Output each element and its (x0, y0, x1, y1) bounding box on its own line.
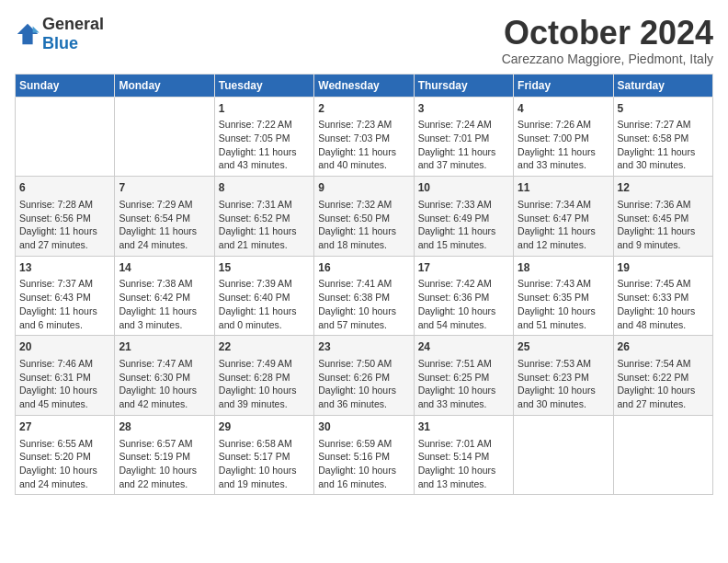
day-number: 27 (19, 419, 110, 435)
calendar-cell: 1Sunrise: 7:22 AM Sunset: 7:05 PM Daylig… (214, 97, 313, 177)
cell-sun-info: Sunrise: 7:51 AM Sunset: 6:25 PM Dayligh… (418, 357, 509, 411)
day-number: 17 (418, 260, 509, 276)
cell-sun-info: Sunrise: 7:41 AM Sunset: 6:38 PM Dayligh… (318, 277, 409, 331)
calendar-cell: 11Sunrise: 7:34 AM Sunset: 6:47 PM Dayli… (514, 177, 613, 257)
day-number: 3 (418, 101, 509, 117)
day-header-thursday: Thursday (414, 74, 513, 97)
title-block: October 2024 Carezzano Maggiore, Piedmon… (502, 15, 713, 66)
svg-marker-1 (33, 27, 40, 33)
calendar-cell: 31Sunrise: 7:01 AM Sunset: 5:14 PM Dayli… (414, 415, 513, 495)
calendar-week-row: 20Sunrise: 7:46 AM Sunset: 6:31 PM Dayli… (16, 336, 713, 416)
calendar-cell: 2Sunrise: 7:23 AM Sunset: 7:03 PM Daylig… (314, 97, 414, 177)
calendar-week-row: 13Sunrise: 7:37 AM Sunset: 6:43 PM Dayli… (16, 256, 713, 336)
day-number: 24 (418, 339, 509, 355)
day-number: 25 (518, 339, 609, 355)
cell-sun-info: Sunrise: 6:55 AM Sunset: 5:20 PM Dayligh… (19, 437, 110, 491)
calendar-cell: 13Sunrise: 7:37 AM Sunset: 6:43 PM Dayli… (16, 256, 115, 336)
cell-sun-info: Sunrise: 7:54 AM Sunset: 6:22 PM Dayligh… (618, 357, 709, 411)
day-number: 26 (618, 339, 709, 355)
cell-sun-info: Sunrise: 7:39 AM Sunset: 6:40 PM Dayligh… (219, 277, 310, 331)
day-number: 16 (318, 260, 409, 276)
day-number: 8 (219, 180, 310, 196)
day-header-wednesday: Wednesday (314, 74, 414, 97)
day-number: 22 (219, 339, 310, 355)
calendar-cell: 6Sunrise: 7:28 AM Sunset: 6:56 PM Daylig… (16, 177, 115, 257)
calendar-cell (613, 415, 712, 495)
cell-sun-info: Sunrise: 7:22 AM Sunset: 7:05 PM Dayligh… (219, 118, 310, 172)
cell-sun-info: Sunrise: 7:32 AM Sunset: 6:50 PM Dayligh… (318, 198, 409, 252)
day-header-monday: Monday (115, 74, 214, 97)
cell-sun-info: Sunrise: 7:27 AM Sunset: 6:58 PM Dayligh… (618, 118, 709, 172)
cell-sun-info: Sunrise: 7:26 AM Sunset: 7:00 PM Dayligh… (518, 118, 609, 172)
calendar-cell: 20Sunrise: 7:46 AM Sunset: 6:31 PM Dayli… (16, 336, 115, 416)
cell-sun-info: Sunrise: 7:49 AM Sunset: 6:28 PM Dayligh… (219, 357, 310, 411)
cell-sun-info: Sunrise: 7:34 AM Sunset: 6:47 PM Dayligh… (518, 198, 609, 252)
calendar-cell (514, 415, 613, 495)
day-number: 23 (318, 339, 409, 355)
calendar-cell: 26Sunrise: 7:54 AM Sunset: 6:22 PM Dayli… (613, 336, 712, 416)
logo-general-text: General (42, 15, 104, 33)
cell-sun-info: Sunrise: 7:24 AM Sunset: 7:01 PM Dayligh… (418, 118, 509, 172)
cell-sun-info: Sunrise: 7:53 AM Sunset: 6:23 PM Dayligh… (518, 357, 609, 411)
calendar-cell: 3Sunrise: 7:24 AM Sunset: 7:01 PM Daylig… (414, 97, 513, 177)
calendar-cell: 14Sunrise: 7:38 AM Sunset: 6:42 PM Dayli… (115, 256, 214, 336)
day-number: 20 (19, 339, 110, 355)
month-title: October 2024 (502, 15, 713, 52)
cell-sun-info: Sunrise: 7:01 AM Sunset: 5:14 PM Dayligh… (418, 437, 509, 491)
calendar-cell: 8Sunrise: 7:31 AM Sunset: 6:52 PM Daylig… (214, 177, 313, 257)
day-number: 13 (19, 260, 110, 276)
cell-sun-info: Sunrise: 7:28 AM Sunset: 6:56 PM Dayligh… (19, 198, 110, 252)
calendar-cell: 15Sunrise: 7:39 AM Sunset: 6:40 PM Dayli… (214, 256, 313, 336)
cell-sun-info: Sunrise: 7:29 AM Sunset: 6:54 PM Dayligh… (119, 198, 210, 252)
calendar-cell: 16Sunrise: 7:41 AM Sunset: 6:38 PM Dayli… (314, 256, 414, 336)
day-number: 4 (518, 101, 609, 117)
day-number: 7 (119, 180, 210, 196)
cell-sun-info: Sunrise: 7:47 AM Sunset: 6:30 PM Dayligh… (119, 357, 210, 411)
calendar-cell: 21Sunrise: 7:47 AM Sunset: 6:30 PM Dayli… (115, 336, 214, 416)
day-number: 31 (418, 419, 509, 435)
day-number: 18 (518, 260, 609, 276)
cell-sun-info: Sunrise: 7:45 AM Sunset: 6:33 PM Dayligh… (618, 277, 709, 331)
calendar-cell: 19Sunrise: 7:45 AM Sunset: 6:33 PM Dayli… (613, 256, 712, 336)
calendar-cell: 10Sunrise: 7:33 AM Sunset: 6:49 PM Dayli… (414, 177, 513, 257)
day-number: 19 (618, 260, 709, 276)
logo: General Blue (15, 15, 104, 53)
cell-sun-info: Sunrise: 7:33 AM Sunset: 6:49 PM Dayligh… (418, 198, 509, 252)
calendar-cell: 18Sunrise: 7:43 AM Sunset: 6:35 PM Dayli… (514, 256, 613, 336)
cell-sun-info: Sunrise: 7:31 AM Sunset: 6:52 PM Dayligh… (219, 198, 310, 252)
calendar-cell (16, 97, 115, 177)
day-number: 30 (318, 419, 409, 435)
page-header: General Blue October 2024 Carezzano Magg… (15, 15, 713, 66)
day-number: 10 (418, 180, 509, 196)
calendar-cell: 30Sunrise: 6:59 AM Sunset: 5:16 PM Dayli… (314, 415, 414, 495)
calendar-cell: 5Sunrise: 7:27 AM Sunset: 6:58 PM Daylig… (613, 97, 712, 177)
cell-sun-info: Sunrise: 6:58 AM Sunset: 5:17 PM Dayligh… (219, 437, 310, 491)
logo-icon (15, 21, 40, 47)
cell-sun-info: Sunrise: 7:46 AM Sunset: 6:31 PM Dayligh… (19, 357, 110, 411)
day-number: 1 (219, 101, 310, 117)
calendar-week-row: 27Sunrise: 6:55 AM Sunset: 5:20 PM Dayli… (16, 415, 713, 495)
calendar-cell: 23Sunrise: 7:50 AM Sunset: 6:26 PM Dayli… (314, 336, 414, 416)
location-title: Carezzano Maggiore, Piedmont, Italy (502, 52, 713, 66)
day-number: 14 (119, 260, 210, 276)
calendar-cell: 12Sunrise: 7:36 AM Sunset: 6:45 PM Dayli… (613, 177, 712, 257)
calendar-cell: 9Sunrise: 7:32 AM Sunset: 6:50 PM Daylig… (314, 177, 414, 257)
day-number: 21 (119, 339, 210, 355)
calendar-cell: 4Sunrise: 7:26 AM Sunset: 7:00 PM Daylig… (514, 97, 613, 177)
day-number: 29 (219, 419, 310, 435)
cell-sun-info: Sunrise: 7:37 AM Sunset: 6:43 PM Dayligh… (19, 277, 110, 331)
day-number: 15 (219, 260, 310, 276)
calendar-header-row: SundayMondayTuesdayWednesdayThursdayFrid… (16, 74, 713, 97)
calendar-cell (115, 97, 214, 177)
calendar-cell: 17Sunrise: 7:42 AM Sunset: 6:36 PM Dayli… (414, 256, 513, 336)
day-header-friday: Friday (514, 74, 613, 97)
cell-sun-info: Sunrise: 6:57 AM Sunset: 5:19 PM Dayligh… (119, 437, 210, 491)
day-number: 28 (119, 419, 210, 435)
calendar-week-row: 1Sunrise: 7:22 AM Sunset: 7:05 PM Daylig… (16, 97, 713, 177)
calendar-cell: 22Sunrise: 7:49 AM Sunset: 6:28 PM Dayli… (214, 336, 313, 416)
svg-marker-0 (17, 24, 38, 44)
cell-sun-info: Sunrise: 7:50 AM Sunset: 6:26 PM Dayligh… (318, 357, 409, 411)
day-number: 9 (318, 180, 409, 196)
day-number: 2 (318, 101, 409, 117)
cell-sun-info: Sunrise: 7:38 AM Sunset: 6:42 PM Dayligh… (119, 277, 210, 331)
